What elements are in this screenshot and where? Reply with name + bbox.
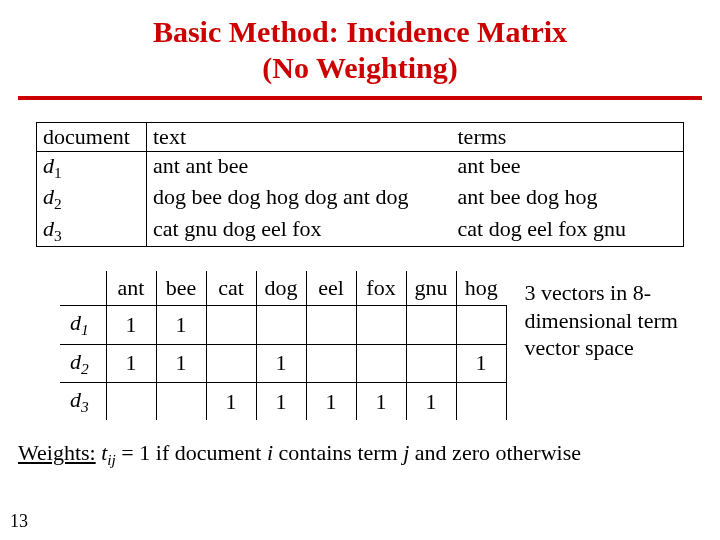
- slide-title: Basic Method: Incidence Matrix (No Weigh…: [0, 0, 720, 86]
- matrix-cell: 1: [356, 382, 406, 420]
- matrix-header-row: ant bee cat dog eel fox gnu hog: [60, 271, 506, 306]
- documents-table: document text terms d1 ant ant bee ant b…: [36, 122, 684, 247]
- matrix-cell: 1: [106, 306, 156, 344]
- doc-letter: d: [70, 310, 81, 335]
- doc-sub: 3: [81, 398, 89, 415]
- doc-terms: ant bee: [452, 152, 684, 184]
- doc-id-sub: 3: [54, 227, 62, 244]
- term-header: fox: [356, 271, 406, 306]
- matrix-cell: 1: [156, 306, 206, 344]
- doc-sub: 2: [81, 360, 89, 377]
- matrix-cell: 1: [406, 382, 456, 420]
- term-header: bee: [156, 271, 206, 306]
- title-line-1: Basic Method: Incidence Matrix: [153, 15, 567, 48]
- doc-id-letter: d: [43, 216, 54, 241]
- doc-letter: d: [70, 349, 81, 374]
- documents-table-row: d2 dog bee dog hog dog ant dog ant bee d…: [37, 183, 684, 214]
- matrix-cell: [356, 306, 406, 344]
- matrix-row: d2 1 1 1 1: [60, 344, 506, 382]
- documents-table-row: d1 ant ant bee ant bee: [37, 152, 684, 184]
- term-header: hog: [456, 271, 506, 306]
- hdr-document: document: [37, 123, 147, 152]
- matrix-cell: [456, 382, 506, 420]
- matrix-cell: [356, 344, 406, 382]
- doc-id-letter: d: [43, 184, 54, 209]
- matrix-cell: 1: [156, 344, 206, 382]
- doc-terms: cat dog eel fox gnu: [452, 215, 684, 247]
- matrix-cell: 1: [106, 344, 156, 382]
- doc-id-sub: 2: [54, 196, 62, 213]
- matrix-cell: [406, 306, 456, 344]
- weights-mid2: contains term: [273, 440, 403, 465]
- matrix-corner: [60, 271, 106, 306]
- title-underline: [18, 96, 702, 100]
- term-header: ant: [106, 271, 156, 306]
- doc-sub: 1: [81, 322, 89, 339]
- matrix-cell: [206, 344, 256, 382]
- matrix-cell: [306, 344, 356, 382]
- incidence-matrix: ant bee cat dog eel fox gnu hog d1 1 1 d…: [60, 271, 507, 420]
- hdr-terms: terms: [452, 123, 684, 152]
- doc-text: ant ant bee: [147, 152, 452, 184]
- matrix-cell: [206, 306, 256, 344]
- weights-mid: = 1 if document: [116, 440, 267, 465]
- weights-definition: Weights: tij = 1 if document i contains …: [18, 440, 720, 469]
- weights-tail: and zero otherwise: [409, 440, 581, 465]
- term-header: cat: [206, 271, 256, 306]
- title-line-2: (No Weighting): [262, 51, 457, 84]
- matrix-cell: 1: [306, 382, 356, 420]
- matrix-row: d1 1 1: [60, 306, 506, 344]
- matrix-cell: [156, 382, 206, 420]
- matrix-cell: 1: [256, 344, 306, 382]
- documents-table-header: document text terms: [37, 123, 684, 152]
- page-number: 13: [10, 511, 28, 532]
- doc-id-letter: d: [43, 153, 54, 178]
- weights-ij: ij: [107, 452, 116, 469]
- matrix-cell: [406, 344, 456, 382]
- hdr-text: text: [147, 123, 452, 152]
- matrix-cell: 1: [256, 382, 306, 420]
- term-header: eel: [306, 271, 356, 306]
- doc-text: cat gnu dog eel fox: [147, 215, 452, 247]
- term-header: dog: [256, 271, 306, 306]
- matrix-cell: [106, 382, 156, 420]
- matrix-cell: [306, 306, 356, 344]
- documents-table-row: d3 cat gnu dog eel fox cat dog eel fox g…: [37, 215, 684, 247]
- matrix-cell: [456, 306, 506, 344]
- weights-label: Weights:: [18, 440, 96, 465]
- doc-id-sub: 1: [54, 164, 62, 181]
- matrix-cell: 1: [206, 382, 256, 420]
- term-header: gnu: [406, 271, 456, 306]
- side-note: 3 vectors in 8-dimensional term vector s…: [525, 279, 685, 362]
- doc-letter: d: [70, 387, 81, 412]
- matrix-row: d3 1 1 1 1 1: [60, 382, 506, 420]
- matrix-cell: 1: [456, 344, 506, 382]
- matrix-cell: [256, 306, 306, 344]
- doc-terms: ant bee dog hog: [452, 183, 684, 214]
- doc-text: dog bee dog hog dog ant dog: [147, 183, 452, 214]
